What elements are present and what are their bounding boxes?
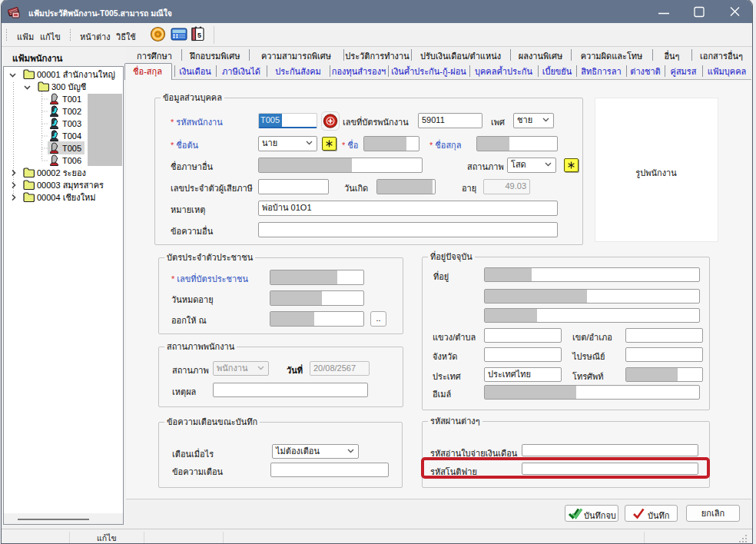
svg-text:5: 5 (197, 32, 201, 39)
